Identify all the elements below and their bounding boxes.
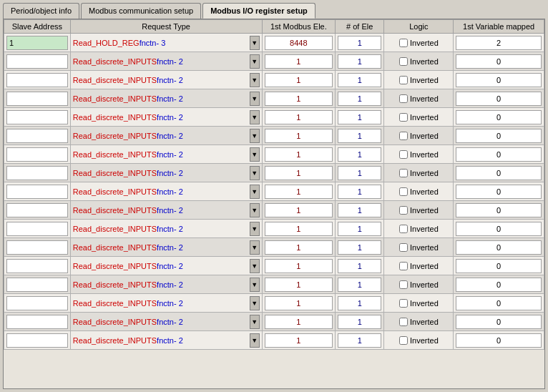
num-ele-input[interactable] [338, 296, 381, 310]
request-type-dropdown-arrow[interactable]: ▼ [250, 333, 260, 348]
inverted-checkbox[interactable] [399, 243, 408, 252]
var-mapped-input[interactable] [456, 333, 542, 348]
num-ele-input[interactable] [338, 333, 381, 348]
num-ele-input[interactable] [338, 185, 381, 199]
var-mapped-input[interactable] [456, 73, 542, 87]
request-type-dropdown-arrow[interactable]: ▼ [250, 36, 260, 50]
first-modbus-ele-input[interactable] [265, 166, 333, 180]
request-type-dropdown-arrow[interactable]: ▼ [250, 73, 260, 87]
request-type-dropdown-arrow[interactable]: ▼ [250, 92, 260, 106]
slave-address-input[interactable] [6, 129, 68, 143]
slave-address-input[interactable] [6, 296, 68, 310]
var-mapped-input[interactable] [456, 278, 542, 292]
num-ele-input[interactable] [338, 73, 381, 87]
inverted-checkbox[interactable] [399, 113, 408, 122]
var-mapped-input[interactable] [456, 54, 542, 69]
request-type-dropdown-arrow[interactable]: ▼ [250, 296, 260, 310]
tab-period-object-info[interactable]: Period/object info [3, 3, 79, 19]
request-type-dropdown-arrow[interactable]: ▼ [250, 129, 260, 143]
inverted-checkbox[interactable] [399, 94, 408, 103]
inverted-checkbox[interactable] [399, 318, 408, 326]
slave-address-input[interactable] [6, 92, 68, 106]
inverted-checkbox[interactable] [399, 57, 408, 66]
inverted-checkbox[interactable] [399, 187, 408, 196]
slave-address-input[interactable] [6, 110, 68, 124]
request-type-dropdown-arrow[interactable]: ▼ [250, 259, 260, 273]
first-modbus-ele-input[interactable] [265, 296, 333, 310]
request-type-dropdown-arrow[interactable]: ▼ [250, 315, 260, 329]
request-type-dropdown-arrow[interactable]: ▼ [250, 222, 260, 236]
slave-address-input[interactable] [6, 222, 68, 236]
first-modbus-ele-input[interactable] [265, 147, 333, 162]
first-modbus-ele-input[interactable] [265, 203, 333, 217]
inverted-checkbox[interactable] [399, 39, 408, 47]
var-mapped-input[interactable] [456, 222, 542, 236]
var-mapped-input[interactable] [456, 166, 542, 180]
slave-address-input[interactable] [6, 259, 68, 273]
num-ele-input[interactable] [338, 129, 381, 143]
num-ele-input[interactable] [338, 147, 381, 162]
request-type-dropdown-arrow[interactable]: ▼ [250, 240, 260, 255]
inverted-checkbox[interactable] [399, 280, 408, 289]
num-ele-input[interactable] [338, 240, 381, 255]
request-type-dropdown-arrow[interactable]: ▼ [250, 54, 260, 69]
num-ele-input[interactable] [338, 36, 381, 50]
slave-address-input[interactable] [6, 147, 68, 162]
slave-address-input[interactable] [6, 73, 68, 87]
first-modbus-ele-input[interactable] [265, 333, 333, 348]
first-modbus-ele-input[interactable] [265, 185, 333, 199]
slave-address-input[interactable] [6, 185, 68, 199]
var-mapped-input[interactable] [456, 147, 542, 162]
slave-address-input[interactable] [6, 54, 68, 69]
var-mapped-input[interactable] [456, 36, 542, 50]
slave-address-input[interactable] [6, 203, 68, 217]
request-type-dropdown-arrow[interactable]: ▼ [250, 147, 260, 162]
tab-modbus-comm-setup[interactable]: Modbus communication setup [81, 3, 201, 19]
var-mapped-input[interactable] [456, 259, 542, 273]
var-mapped-input[interactable] [456, 185, 542, 199]
num-ele-input[interactable] [338, 54, 381, 69]
inverted-checkbox[interactable] [399, 336, 408, 345]
num-ele-input[interactable] [338, 315, 381, 329]
first-modbus-ele-input[interactable] [265, 240, 333, 255]
num-ele-input[interactable] [338, 92, 381, 106]
first-modbus-ele-input[interactable] [265, 129, 333, 143]
request-type-dropdown-arrow[interactable]: ▼ [250, 110, 260, 124]
slave-address-input[interactable] [6, 166, 68, 180]
slave-address-input[interactable] [6, 278, 68, 292]
var-mapped-input[interactable] [456, 129, 542, 143]
var-mapped-input[interactable] [456, 296, 542, 310]
first-modbus-ele-input[interactable] [265, 222, 333, 236]
var-mapped-input[interactable] [456, 315, 542, 329]
first-modbus-ele-input[interactable] [265, 110, 333, 124]
num-ele-input[interactable] [338, 110, 381, 124]
slave-address-input[interactable] [6, 315, 68, 329]
num-ele-input[interactable] [338, 278, 381, 292]
inverted-checkbox[interactable] [399, 169, 408, 177]
request-type-dropdown-arrow[interactable]: ▼ [250, 185, 260, 199]
inverted-checkbox[interactable] [399, 76, 408, 84]
first-modbus-ele-input[interactable] [265, 73, 333, 87]
var-mapped-input[interactable] [456, 92, 542, 106]
first-modbus-ele-input[interactable] [265, 315, 333, 329]
slave-address-input[interactable] [6, 240, 68, 255]
first-modbus-ele-input[interactable] [265, 36, 333, 50]
tab-modbus-io-register-setup[interactable]: Modbus I/O register setup [202, 3, 315, 19]
first-modbus-ele-input[interactable] [265, 259, 333, 273]
first-modbus-ele-input[interactable] [265, 278, 333, 292]
slave-address-input[interactable] [6, 36, 68, 50]
num-ele-input[interactable] [338, 203, 381, 217]
first-modbus-ele-input[interactable] [265, 54, 333, 69]
request-type-dropdown-arrow[interactable]: ▼ [250, 203, 260, 217]
slave-address-input[interactable] [6, 333, 68, 348]
first-modbus-ele-input[interactable] [265, 92, 333, 106]
inverted-checkbox[interactable] [399, 150, 408, 159]
inverted-checkbox[interactable] [399, 299, 408, 308]
num-ele-input[interactable] [338, 166, 381, 180]
num-ele-input[interactable] [338, 222, 381, 236]
num-ele-input[interactable] [338, 259, 381, 273]
inverted-checkbox[interactable] [399, 206, 408, 215]
request-type-dropdown-arrow[interactable]: ▼ [250, 166, 260, 180]
var-mapped-input[interactable] [456, 110, 542, 124]
request-type-dropdown-arrow[interactable]: ▼ [250, 278, 260, 292]
